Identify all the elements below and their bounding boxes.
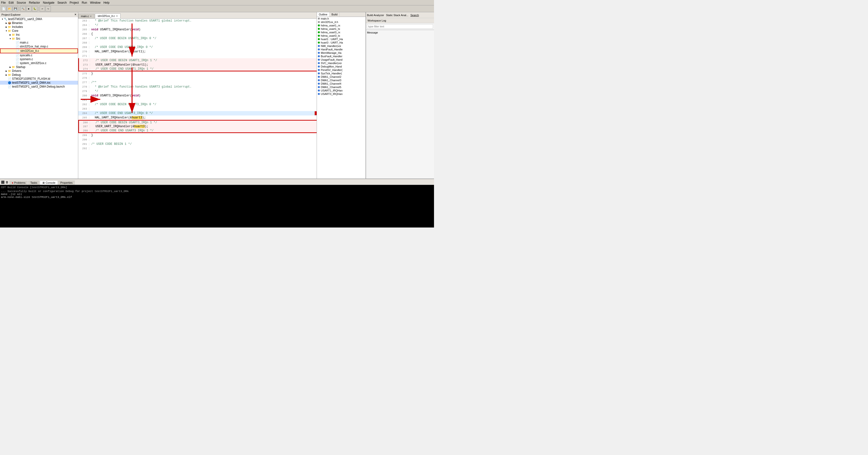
tab-properties[interactable]: Properties bbox=[58, 181, 75, 185]
outline-item-dma1ch4[interactable]: DMA1_Channel4 bbox=[317, 82, 366, 85]
code-line-263: 263 * @brief This function handles USART… bbox=[78, 19, 317, 23]
tree-item-hal-msp[interactable]: 📄 stm32f1xx_hal_msp.c bbox=[0, 44, 78, 49]
menu-edit[interactable]: Edit bbox=[8, 1, 14, 4]
workspace-filter-input[interactable] bbox=[367, 24, 433, 29]
line-content-282: /* USER CODE BEGIN USART3_IRQn 0 */ bbox=[91, 103, 317, 106]
outline-item-hdma-usart3-tx[interactable]: hdma_usart3_tx bbox=[317, 34, 366, 37]
code-line-285: 285 HAL_UART_IRQHandler(&huart3); bbox=[78, 116, 317, 120]
tree-item-project[interactable]: ▼ 🔧 testSTM32F1_uart3_DMA bbox=[0, 17, 78, 21]
line-content-292 bbox=[91, 147, 317, 150]
line-content-287: USER_UART_IRQHandler(&huart3); bbox=[92, 125, 317, 128]
outline-item-dma1ch2[interactable]: DMA1_Channel2 bbox=[317, 75, 366, 79]
tab-console[interactable]: 🖥 Console bbox=[40, 181, 58, 185]
line-content-284: /* USER CODE END USART3_IRQn 0 */ bbox=[91, 112, 314, 115]
menu-search[interactable]: Search bbox=[58, 1, 67, 4]
outline-item-dma1ch3[interactable]: DMA1_Channel3 bbox=[317, 79, 366, 82]
outline-item-dma1ch5[interactable]: DMA1_Channel5 bbox=[317, 85, 366, 89]
line-content-266: { bbox=[91, 32, 317, 36]
menu-project[interactable]: Project bbox=[70, 1, 79, 4]
tab-outline[interactable]: Outline bbox=[317, 12, 330, 17]
toolbar-new[interactable]: 📄 bbox=[1, 6, 6, 11]
code-line-270: 270 HAL_UART_IRQHandler(&huart1); bbox=[78, 50, 317, 54]
outline-item-busfault[interactable]: BusFault_Handler bbox=[317, 55, 366, 58]
tree-item-system[interactable]: 📄 system_stm32f1xx.c bbox=[0, 61, 78, 65]
outline-item-usart1irq[interactable]: USART1_IRQHan bbox=[317, 89, 366, 92]
outline-label-huart1: huart1 : UART_Ha bbox=[321, 38, 343, 40]
tree-item-src[interactable]: ▼ 📁 Src bbox=[0, 37, 78, 40]
build-analyzer-btn[interactable]: Build Analyzer bbox=[367, 14, 384, 17]
outline-item-stm32f1xx-it-h[interactable]: stm32f1xx_it.h bbox=[317, 20, 366, 24]
tree-item-drivers[interactable]: ▶ 📁 Drivers bbox=[0, 69, 78, 73]
code-editor[interactable]: 263 * @brief This function handles USART… bbox=[78, 19, 317, 179]
code-line-274: 274 /* USER CODE END USART1_IRQn 1 */ bbox=[78, 67, 317, 71]
outline-item-pendsv[interactable]: PendSV_Handler( bbox=[317, 68, 366, 72]
toolbar-build[interactable]: 🔨 bbox=[20, 6, 26, 11]
outline-item-debugmon[interactable]: DebugMon_Hand bbox=[317, 65, 366, 68]
outline-item-usagefault[interactable]: UsageFault_Hand bbox=[317, 58, 366, 61]
outline-item-main-h[interactable]: main.h bbox=[317, 17, 366, 20]
outline-item-nmi[interactable]: NMI_Handler(voi bbox=[317, 44, 366, 48]
outline-item-huart3[interactable]: huart3 : UART_Ha bbox=[317, 41, 366, 44]
tree-item-inc[interactable]: ▶ 📁 Inc bbox=[0, 33, 78, 37]
outline-item-hardfault[interactable]: HardFault_Handle bbox=[317, 48, 366, 51]
tab-build[interactable]: Build bbox=[330, 12, 340, 17]
menu-file[interactable]: File bbox=[1, 1, 6, 4]
tree-item-ioc[interactable]: 🔵 testSTM32F1_uart3_DMA.ioc bbox=[0, 81, 78, 85]
tab-main-c-close[interactable]: ✕ bbox=[90, 15, 92, 18]
toolbar-open[interactable]: 📂 bbox=[7, 6, 12, 11]
tree-item-stm32f1xx-it[interactable]: 📄 stm32f1xx_it.c bbox=[0, 49, 78, 53]
tab-stm32f1xx-it-c-close[interactable]: ✕ bbox=[116, 15, 118, 18]
line-num-270: 270 bbox=[78, 50, 89, 53]
includes-icon: 📁 bbox=[8, 25, 11, 29]
tree-item-sysmem[interactable]: 📄 sysmem.c bbox=[0, 57, 78, 61]
line-num-283: 283 bbox=[78, 108, 89, 110]
tab-main-c[interactable]: main.c ✕ bbox=[78, 14, 94, 18]
line-content-277: /** bbox=[91, 81, 317, 84]
toolbar-save[interactable]: 💾 bbox=[13, 6, 18, 11]
menu-window[interactable]: Window bbox=[90, 1, 100, 4]
console-stop-icon[interactable]: ⬛ bbox=[1, 181, 5, 184]
tree-item-debug-launch[interactable]: 📄 testSTM32F1_uart3_DMA Debug.launch bbox=[0, 85, 78, 89]
tree-item-syscalls[interactable]: 📄 syscalls.c bbox=[0, 53, 78, 57]
toolbar-run[interactable]: ▶ bbox=[26, 6, 32, 11]
tab-stm32f1xx-it-c[interactable]: stm32f1xx_it.c ✕ bbox=[95, 13, 120, 18]
console-text-3: arm-none-eabi-size testSTM32F1_uart3_DMA… bbox=[1, 196, 72, 199]
console-clear-icon[interactable]: 🗑 bbox=[6, 181, 8, 184]
outline-item-hdma-usart1-rx[interactable]: hdma_usart1_rx bbox=[317, 24, 366, 27]
outline-item-huart1[interactable]: huart1 : UART_Ha bbox=[317, 37, 366, 41]
outline-item-usart3irq[interactable]: USART3_IRQHan bbox=[317, 92, 366, 96]
tree-item-main-c[interactable]: 📄 main.c bbox=[0, 40, 78, 44]
tree-item-includes[interactable]: ▶ 📁 Includes bbox=[0, 25, 78, 29]
menu-navigate[interactable]: Navigate bbox=[43, 1, 54, 4]
outline-item-hdma-usart1-tx[interactable]: hdma_usart1_tx bbox=[317, 27, 366, 31]
search-link[interactable]: Search bbox=[410, 14, 419, 17]
outline-dot-22 bbox=[318, 90, 320, 91]
tree-item-core[interactable]: ▼ 📁 Core bbox=[0, 29, 78, 33]
menu-help[interactable]: Help bbox=[103, 1, 110, 4]
code-line-282: 282 /* USER CODE BEGIN USART3_IRQn 0 */ bbox=[78, 102, 317, 107]
static-stack-btn[interactable]: Static Stack Anal... bbox=[386, 14, 409, 17]
tab-problems[interactable]: ● Problems bbox=[9, 181, 28, 185]
tree-item-startup[interactable]: ▶ 📁 Startup bbox=[0, 65, 78, 69]
tree-item-flash-ld[interactable]: 📄 STM32F103RETX_FLASH.ld bbox=[0, 77, 78, 81]
menu-source[interactable]: Source bbox=[17, 1, 26, 4]
c-file-icon: 📄 bbox=[16, 41, 19, 44]
menu-run[interactable]: Run bbox=[82, 1, 87, 4]
code-line-280: 280 void USART3_IRQHandler(void) bbox=[78, 93, 317, 98]
outline-item-memmanage[interactable]: MemManage_Ha bbox=[317, 51, 366, 55]
drivers-icon: 📁 bbox=[8, 69, 11, 73]
toolbar-undo[interactable]: ↩ bbox=[40, 6, 45, 11]
menu-refactor[interactable]: Refactor bbox=[29, 1, 40, 4]
toolbar-redo[interactable]: ↪ bbox=[45, 6, 51, 11]
toolbar-debug[interactable]: 🐛 bbox=[32, 6, 37, 11]
line-num-289: 289 bbox=[78, 134, 89, 137]
outline-item-hdma-usart3-rx[interactable]: hdma_usart3_rx bbox=[317, 31, 366, 34]
workspace-title: Workspace Log bbox=[368, 19, 386, 22]
tree-item-binaries[interactable]: ▶ 📦 Binaries bbox=[0, 21, 78, 25]
tree-item-debug[interactable]: ▶ 📁 Debug bbox=[0, 73, 78, 77]
debug-icon: 📁 bbox=[8, 73, 11, 77]
tab-tasks[interactable]: Tasks bbox=[28, 181, 39, 185]
outline-item-svc[interactable]: SVC_Handler(voi bbox=[317, 61, 366, 65]
outline-item-systick[interactable]: SysTick_Handler( bbox=[317, 72, 366, 75]
outline-dot-23 bbox=[318, 93, 320, 95]
